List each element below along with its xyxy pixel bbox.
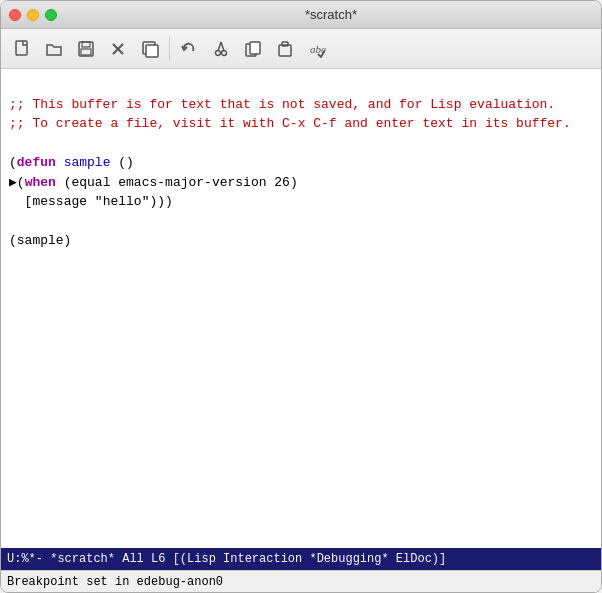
comment-line-1: ;; This buffer is for text that is not s…	[9, 97, 555, 112]
maximize-button[interactable]	[45, 9, 57, 21]
svg-rect-15	[282, 42, 288, 46]
paste-icon	[276, 40, 294, 58]
svg-rect-3	[81, 49, 91, 55]
traffic-lights	[9, 9, 57, 21]
status-text: U:%*- *scratch* All L6 [(Lisp Interactio…	[7, 552, 595, 566]
sample-call-line: (sample)	[9, 233, 71, 248]
save-file-button[interactable]	[71, 34, 101, 64]
close-buffer-button[interactable]	[103, 34, 133, 64]
when-line: ▶(when (equal emacs-major-version 26)	[9, 175, 298, 190]
open-file-icon	[45, 40, 63, 58]
main-window: *scratch*	[0, 0, 602, 593]
paste-button[interactable]	[270, 34, 300, 64]
save-copy-button[interactable]	[135, 34, 165, 64]
bottom-message: Breakpoint set in edebug-anon0	[1, 570, 601, 592]
close-button[interactable]	[9, 9, 21, 21]
titlebar: *scratch*	[1, 1, 601, 29]
copy-button[interactable]	[238, 34, 268, 64]
svg-line-10	[218, 42, 221, 51]
bottom-message-text: Breakpoint set in edebug-anon0	[7, 575, 223, 589]
svg-point-8	[216, 50, 221, 55]
minimize-button[interactable]	[27, 9, 39, 21]
editor-content: ;; This buffer is for text that is not s…	[1, 73, 601, 272]
close-icon	[109, 40, 127, 58]
cut-button[interactable]	[206, 34, 236, 64]
window-title: *scratch*	[69, 7, 593, 22]
editor-area[interactable]: ;; This buffer is for text that is not s…	[1, 69, 601, 548]
svg-rect-13	[250, 42, 260, 54]
statusbar: U:%*- *scratch* All L6 [(Lisp Interactio…	[1, 548, 601, 570]
svg-line-11	[221, 42, 224, 51]
toolbar: abc	[1, 29, 601, 69]
copy-icon	[244, 40, 262, 58]
comment-line-2: ;; To create a file, visit it with C-x C…	[9, 116, 571, 131]
spell-check-icon: abc	[308, 40, 326, 58]
undo-button[interactable]	[174, 34, 204, 64]
undo-icon	[180, 40, 198, 58]
svg-point-9	[222, 50, 227, 55]
new-file-icon	[13, 40, 31, 58]
spell-check-button[interactable]: abc	[302, 34, 332, 64]
separator-1	[169, 37, 170, 61]
message-line: [message "hello")))	[9, 194, 173, 209]
save-file-icon	[77, 40, 95, 58]
cut-icon	[212, 40, 230, 58]
save-copy-icon	[141, 40, 159, 58]
svg-rect-0	[16, 41, 27, 55]
svg-rect-7	[146, 45, 158, 57]
defun-line: (defun sample ()	[9, 155, 134, 170]
open-file-button[interactable]	[39, 34, 69, 64]
new-file-button[interactable]	[7, 34, 37, 64]
